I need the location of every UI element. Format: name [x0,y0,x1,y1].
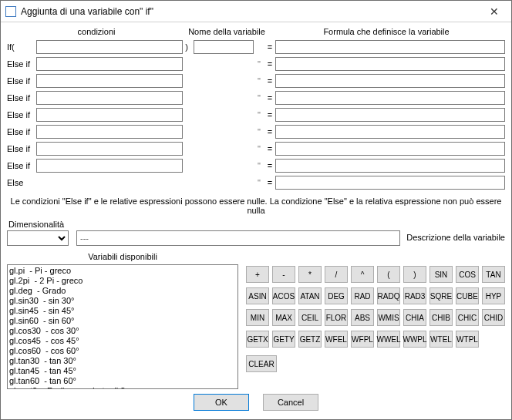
formula-input-7[interactable] [275,159,505,173]
list-item[interactable]: gl.pi - Pi - greco [9,266,236,276]
formula-input-else[interactable] [275,176,505,190]
available-vars-header: Variabili disponibili [7,252,238,261]
key-getx-button[interactable]: GETX [246,331,269,348]
key-max-button[interactable]: MAX [272,309,295,326]
key-atan-button[interactable]: ATAN [298,287,322,304]
list-item[interactable]: gl.deg - Grado [9,286,236,296]
key-abs-button[interactable]: ABS [351,309,374,326]
key-asin-button[interactable]: ASIN [246,287,269,304]
key-hyp-button[interactable]: HYP [482,287,505,304]
key-wtpl-button[interactable]: WTPL [456,331,479,348]
condition-input-1[interactable] [36,57,183,71]
key-radq-button[interactable]: RADQ [377,287,400,304]
row-elseif-3: Else if " = [7,90,505,106]
list-item[interactable]: gl.tan30 - tan 30° [9,356,236,366]
key-chic-button[interactable]: CHIC [456,309,479,326]
formula-input-1[interactable] [275,57,505,71]
clear-button[interactable]: CLEAR [246,355,277,372]
formula-input-3[interactable] [275,91,505,105]
condition-input-4[interactable] [36,108,183,122]
formula-input-5[interactable] [275,125,505,139]
key-min-button[interactable]: MIN [246,309,269,326]
quote-mark: " [254,161,264,170]
row-else: Else " = [7,175,505,190]
key-wfpl-button[interactable]: WFPL [351,331,374,348]
row-elseif-7: Else if " = [7,158,505,173]
key-rad-button[interactable]: RAD [351,287,374,304]
varname-input[interactable] [194,40,254,54]
dimensionality-label: Dimensionalità [8,220,69,229]
equals-sign: = [264,178,275,187]
key-flor-button[interactable]: FLOR [325,309,348,326]
key-wtel-button[interactable]: WTEL [429,331,453,348]
dimensionality-select[interactable] [7,230,69,246]
key-op-button[interactable]: ) [403,266,426,283]
close-button[interactable]: ✕ [477,1,511,22]
key-COS-button[interactable]: COS [456,266,479,283]
row-label: If( [7,42,36,52]
key-op-button[interactable]: - [272,266,295,283]
list-item[interactable]: gl.cos30 - cos 30° [9,326,236,336]
list-item[interactable]: gl.sqrt2 - Radice quadrata di 2 [9,386,236,389]
description-field[interactable]: --- [76,230,400,246]
key-TAN-button[interactable]: TAN [482,266,505,283]
key-op-button[interactable]: + [246,266,269,283]
key-getz-button[interactable]: GETZ [298,331,322,348]
cancel-button[interactable]: Cancel [263,394,318,411]
row-label: Else if [7,161,36,170]
close-paren: ) [183,42,190,52]
key-op-button[interactable]: ( [377,266,400,283]
key-SIN-button[interactable]: SIN [429,266,453,283]
header-varname: Nome della variabile [186,27,268,36]
condition-input-7[interactable] [36,159,183,173]
titlebar: Aggiunta di una variabile con" if" ✕ [1,1,511,22]
list-item[interactable]: gl.sin30 - sin 30° [9,296,236,306]
list-item[interactable]: gl.sin60 - sin 60° [9,316,236,326]
list-item[interactable]: gl.tan45 - tan 45° [9,366,236,376]
row-if: If( ) = [7,39,505,55]
key-op-button[interactable]: ^ [351,266,374,283]
equals-sign: = [264,127,275,136]
list-item[interactable]: gl.tan60 - tan 60° [9,376,236,386]
list-item[interactable]: gl.sin45 - sin 45° [9,306,236,316]
condition-input-2[interactable] [36,74,183,88]
formula-input-4[interactable] [275,108,505,122]
row-elseif-1: Else if " = [7,56,505,72]
list-item[interactable]: gl.cos60 - cos 60° [9,346,236,356]
description-label: Descrizione della variabile [406,233,505,242]
list-item[interactable]: gl.cos45 - cos 45° [9,336,236,346]
key-chia-button[interactable]: CHIA [403,309,426,326]
key-ceil-button[interactable]: CEIL [298,309,322,326]
key-wwel-button[interactable]: WWEL [377,331,400,348]
key-acos-button[interactable]: ACOS [272,287,295,304]
condition-input-6[interactable] [36,142,183,156]
ok-button[interactable]: OK [194,394,249,411]
key-sqre-button[interactable]: SQRE [429,287,453,304]
formula-input-0[interactable] [275,40,505,54]
quote-mark: " [254,110,264,119]
list-item[interactable]: gl.2pi - 2 Pi - greco [9,276,236,286]
key-gety-button[interactable]: GETY [272,331,295,348]
condition-input-5[interactable] [36,125,183,139]
header-conditions: condizioni [7,27,186,36]
equals-sign: = [264,93,275,102]
key-wfel-button[interactable]: WFEL [325,331,348,348]
key-op-button[interactable]: * [298,266,322,283]
key-chid-button[interactable]: CHID [482,309,505,326]
row-label: Else [7,178,36,187]
condition-input-3[interactable] [36,91,183,105]
quote-mark: " [254,144,264,153]
column-headers: condizioni Nome della variabile Formula … [7,27,505,36]
key-deg-button[interactable]: DEG [325,287,348,304]
condition-input-0[interactable] [36,40,183,54]
key-cube-button[interactable]: CUBE [456,287,479,304]
formula-input-2[interactable] [275,74,505,88]
key-rad3-button[interactable]: RAD3 [403,287,426,304]
key-op-button[interactable]: / [325,266,348,283]
key-chib-button[interactable]: CHIB [429,309,453,326]
row-elseif-6: Else if " = [7,141,505,156]
key-wmis-button[interactable]: WMIS [377,309,400,326]
available-vars-list[interactable]: gl.pi - Pi - grecogl.2pi - 2 Pi - grecog… [7,264,238,389]
formula-input-6[interactable] [275,142,505,156]
key-wwpl-button[interactable]: WWPL [403,331,426,348]
